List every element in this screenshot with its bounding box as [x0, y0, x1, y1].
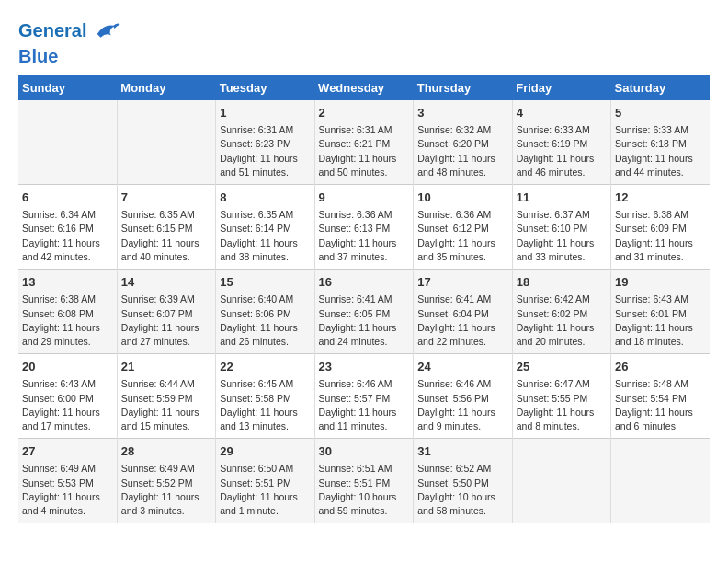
day-number: 17: [417, 274, 507, 291]
calendar-cell: 31Sunrise: 6:52 AM Sunset: 5:50 PM Dayli…: [414, 439, 512, 523]
cell-info: Sunrise: 6:42 AM Sunset: 6:02 PM Dayligh…: [517, 293, 607, 349]
calendar-cell: 4Sunrise: 6:33 AM Sunset: 6:19 PM Daylig…: [512, 100, 610, 185]
day-number: 23: [319, 359, 410, 375]
cell-info: Sunrise: 6:31 AM Sunset: 6:21 PM Dayligh…: [319, 123, 410, 179]
day-number: 25: [517, 359, 607, 375]
cell-info: Sunrise: 6:32 AM Sunset: 6:20 PM Dayligh…: [417, 123, 507, 179]
cell-info: Sunrise: 6:49 AM Sunset: 5:52 PM Dayligh…: [121, 462, 211, 518]
calendar-cell: [611, 439, 711, 523]
cell-info: Sunrise: 6:36 AM Sunset: 6:12 PM Dayligh…: [417, 208, 507, 264]
calendar-cell: 29Sunrise: 6:50 AM Sunset: 5:51 PM Dayli…: [216, 439, 314, 523]
cell-info: Sunrise: 6:46 AM Sunset: 5:56 PM Dayligh…: [417, 377, 507, 433]
calendar-cell: 2Sunrise: 6:31 AM Sunset: 6:21 PM Daylig…: [314, 100, 414, 185]
calendar-cell: 9Sunrise: 6:36 AM Sunset: 6:13 PM Daylig…: [314, 185, 414, 270]
day-header-saturday: Saturday: [611, 75, 711, 100]
calendar-cell: 1Sunrise: 6:31 AM Sunset: 6:23 PM Daylig…: [216, 100, 314, 185]
calendar-cell: 14Sunrise: 6:39 AM Sunset: 6:07 PM Dayli…: [117, 270, 215, 354]
cell-info: Sunrise: 6:35 AM Sunset: 6:15 PM Dayligh…: [121, 208, 211, 264]
cell-info: Sunrise: 6:43 AM Sunset: 6:01 PM Dayligh…: [615, 293, 706, 349]
cell-info: Sunrise: 6:51 AM Sunset: 5:51 PM Dayligh…: [319, 462, 410, 518]
calendar-cell: [512, 439, 610, 523]
day-number: 16: [319, 274, 410, 291]
cell-info: Sunrise: 6:43 AM Sunset: 6:00 PM Dayligh…: [22, 377, 113, 433]
day-number: 18: [517, 274, 607, 291]
day-number: 19: [615, 274, 706, 291]
cell-info: Sunrise: 6:38 AM Sunset: 6:09 PM Dayligh…: [615, 208, 706, 264]
calendar-cell: 26Sunrise: 6:48 AM Sunset: 5:54 PM Dayli…: [611, 354, 711, 439]
cell-info: Sunrise: 6:45 AM Sunset: 5:58 PM Dayligh…: [220, 377, 310, 433]
logo-blue: Blue: [18, 46, 121, 66]
day-number: 24: [417, 359, 507, 375]
day-header-monday: Monday: [117, 75, 215, 100]
day-header-friday: Friday: [512, 75, 610, 100]
calendar-cell: 11Sunrise: 6:37 AM Sunset: 6:10 PM Dayli…: [512, 185, 610, 270]
cell-info: Sunrise: 6:33 AM Sunset: 6:19 PM Dayligh…: [517, 123, 607, 179]
cell-info: Sunrise: 6:31 AM Sunset: 6:23 PM Dayligh…: [220, 123, 310, 179]
calendar-cell: 13Sunrise: 6:38 AM Sunset: 6:08 PM Dayli…: [18, 270, 117, 354]
day-number: 3: [417, 105, 507, 121]
page-header: General Blue: [18, 18, 710, 66]
calendar-cell: 16Sunrise: 6:41 AM Sunset: 6:05 PM Dayli…: [314, 270, 414, 354]
cell-info: Sunrise: 6:49 AM Sunset: 5:53 PM Dayligh…: [22, 462, 113, 518]
cell-info: Sunrise: 6:47 AM Sunset: 5:55 PM Dayligh…: [517, 377, 607, 433]
cell-info: Sunrise: 6:36 AM Sunset: 6:13 PM Dayligh…: [319, 208, 410, 264]
day-number: 1: [220, 105, 310, 121]
logo-text: General: [18, 18, 121, 46]
day-number: 5: [615, 105, 706, 121]
cell-info: Sunrise: 6:40 AM Sunset: 6:06 PM Dayligh…: [220, 293, 310, 349]
week-row-1: 1Sunrise: 6:31 AM Sunset: 6:23 PM Daylig…: [18, 100, 710, 185]
calendar-cell: 23Sunrise: 6:46 AM Sunset: 5:57 PM Dayli…: [314, 354, 414, 439]
cell-info: Sunrise: 6:41 AM Sunset: 6:05 PM Dayligh…: [319, 293, 410, 349]
cell-info: Sunrise: 6:37 AM Sunset: 6:10 PM Dayligh…: [517, 208, 607, 264]
calendar-cell: 28Sunrise: 6:49 AM Sunset: 5:52 PM Dayli…: [117, 439, 215, 523]
calendar-cell: 17Sunrise: 6:41 AM Sunset: 6:04 PM Dayli…: [414, 270, 512, 354]
day-number: 14: [121, 274, 211, 291]
day-header-sunday: Sunday: [18, 75, 117, 100]
calendar-cell: [117, 100, 215, 185]
cell-info: Sunrise: 6:35 AM Sunset: 6:14 PM Dayligh…: [220, 208, 310, 264]
day-number: 9: [319, 190, 410, 206]
calendar-cell: 7Sunrise: 6:35 AM Sunset: 6:15 PM Daylig…: [117, 185, 215, 270]
calendar-cell: 10Sunrise: 6:36 AM Sunset: 6:12 PM Dayli…: [414, 185, 512, 270]
day-number: 30: [319, 443, 410, 460]
week-row-4: 20Sunrise: 6:43 AM Sunset: 6:00 PM Dayli…: [18, 354, 710, 439]
cell-info: Sunrise: 6:48 AM Sunset: 5:54 PM Dayligh…: [615, 377, 706, 433]
logo: General Blue: [18, 18, 121, 66]
day-header-wednesday: Wednesday: [314, 75, 414, 100]
cell-info: Sunrise: 6:38 AM Sunset: 6:08 PM Dayligh…: [22, 293, 113, 349]
calendar-cell: 18Sunrise: 6:42 AM Sunset: 6:02 PM Dayli…: [512, 270, 610, 354]
calendar-cell: 25Sunrise: 6:47 AM Sunset: 5:55 PM Dayli…: [512, 354, 610, 439]
calendar-cell: 30Sunrise: 6:51 AM Sunset: 5:51 PM Dayli…: [314, 439, 414, 523]
calendar-cell: 27Sunrise: 6:49 AM Sunset: 5:53 PM Dayli…: [18, 439, 117, 523]
day-number: 31: [417, 443, 507, 460]
cell-info: Sunrise: 6:33 AM Sunset: 6:18 PM Dayligh…: [615, 123, 706, 179]
calendar-cell: 6Sunrise: 6:34 AM Sunset: 6:16 PM Daylig…: [18, 185, 117, 270]
calendar-table: SundayMondayTuesdayWednesdayThursdayFrid…: [18, 75, 710, 523]
day-header-thursday: Thursday: [414, 75, 512, 100]
calendar-cell: 3Sunrise: 6:32 AM Sunset: 6:20 PM Daylig…: [414, 100, 512, 185]
calendar-cell: 5Sunrise: 6:33 AM Sunset: 6:18 PM Daylig…: [611, 100, 711, 185]
day-number: 29: [220, 443, 310, 460]
day-number: 27: [22, 443, 113, 460]
calendar-header-row: SundayMondayTuesdayWednesdayThursdayFrid…: [18, 75, 710, 100]
cell-info: Sunrise: 6:41 AM Sunset: 6:04 PM Dayligh…: [417, 293, 507, 349]
calendar-cell: 22Sunrise: 6:45 AM Sunset: 5:58 PM Dayli…: [216, 354, 314, 439]
day-number: 8: [220, 190, 310, 206]
cell-info: Sunrise: 6:52 AM Sunset: 5:50 PM Dayligh…: [417, 462, 507, 518]
calendar-cell: 20Sunrise: 6:43 AM Sunset: 6:00 PM Dayli…: [18, 354, 117, 439]
day-number: 6: [22, 190, 113, 206]
day-number: 10: [417, 190, 507, 206]
day-header-tuesday: Tuesday: [216, 75, 314, 100]
day-number: 12: [615, 190, 706, 206]
day-number: 20: [22, 359, 113, 375]
calendar-cell: 8Sunrise: 6:35 AM Sunset: 6:14 PM Daylig…: [216, 185, 314, 270]
calendar-cell: 19Sunrise: 6:43 AM Sunset: 6:01 PM Dayli…: [611, 270, 711, 354]
calendar-cell: 12Sunrise: 6:38 AM Sunset: 6:09 PM Dayli…: [611, 185, 711, 270]
day-number: 26: [615, 359, 706, 375]
day-number: 4: [517, 105, 607, 121]
cell-info: Sunrise: 6:34 AM Sunset: 6:16 PM Dayligh…: [22, 208, 113, 264]
week-row-5: 27Sunrise: 6:49 AM Sunset: 5:53 PM Dayli…: [18, 439, 710, 523]
week-row-3: 13Sunrise: 6:38 AM Sunset: 6:08 PM Dayli…: [18, 270, 710, 354]
day-number: 13: [22, 274, 113, 291]
day-number: 2: [319, 105, 410, 121]
